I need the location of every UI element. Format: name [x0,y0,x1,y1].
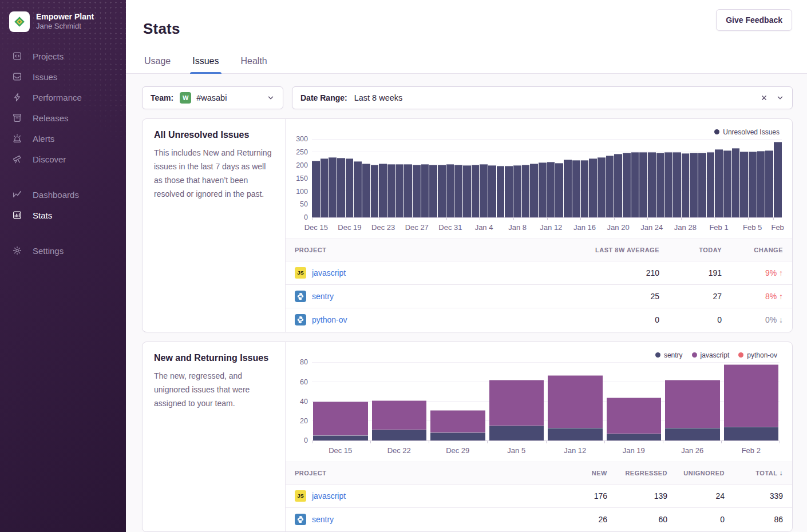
chevron-down-icon[interactable] [776,94,784,102]
team-filter[interactable]: Team: W #wasabi [142,86,283,109]
sidebar-item-alerts[interactable]: Alerts [0,128,126,149]
alerts-icon [11,133,23,144]
Unresolved Issues-legend-dot-icon [714,129,719,134]
unresolved-bar [690,153,698,217]
unresolved-bar [732,148,740,217]
sidebar-item-releases[interactable]: Releases [0,108,126,128]
unresolved-bar [438,165,446,217]
unresolved-bar [581,160,589,217]
project-link[interactable]: javascript [312,268,346,277]
unresolved-bar [757,151,765,217]
sidebar-item-discover[interactable]: Discover [0,149,126,169]
issues-icon [11,71,23,82]
python-project-icon [295,291,306,302]
column-label: PROJECT [295,470,326,477]
tab-health[interactable]: Health [240,56,268,73]
x-axis-tick-icon [748,218,749,220]
legend-label: javascript [701,351,730,359]
y-axis-label: 200 [296,162,308,169]
sidebar-item-label: Stats [33,211,52,220]
sidebar-item-stats[interactable]: Stats [0,205,126,225]
org-switcher[interactable]: Empower Plant Jane Schmidt [0,0,126,46]
legend-item[interactable]: javascript [692,351,730,359]
releases-icon [11,112,23,124]
unresolved-bar [505,166,513,217]
unresolved-bar [572,160,580,217]
value-cell: 176 [550,491,607,501]
unresolved-bar [698,153,706,217]
x-axis-label: Dec 15 [313,446,368,459]
value-cell: 191 [659,268,722,277]
unresolved-bar [606,156,614,217]
y-axis: 050100150200250300 [291,140,312,218]
sidebar-item-label: Issues [33,72,57,82]
date-range-filter[interactable]: Date Range: Last 8 weeks [292,86,793,109]
nav-section-divider [0,169,126,184]
sidebar-item-performance[interactable]: Performance [0,87,126,108]
unresolved-bar [497,166,505,217]
unresolved-issues-chart: Unresolved Issues 050100150200250300 Dec… [286,119,792,236]
legend-label: Unresolved Issues [723,128,780,136]
unresolved-bar [522,165,530,217]
x-axis-label: Dec 27 [405,223,429,232]
x-axis-tick-icon [773,218,774,220]
dashboards-icon [11,189,23,200]
sidebar-item-settings[interactable]: Settings [0,240,126,261]
chart-legend: sentryjavascriptpython-ov [291,348,780,363]
give-feedback-button[interactable]: Give Feedback [716,9,792,31]
chart-plot-area [312,140,782,218]
panel-description: This includes New and Returning issues i… [154,146,274,201]
value-cell: 86 [725,515,783,524]
project-link[interactable]: javascript [312,491,346,501]
table-row: JSjavascript2101919% ↑ [286,261,792,285]
project-link[interactable]: sentry [312,292,334,301]
x-axis-tick-icon [681,218,682,220]
column-label: NEW [592,470,607,477]
x-axis-tick-icon [721,441,722,443]
column-header: REGRESSED [607,470,667,477]
y-axis-label: 150 [296,175,308,182]
tab-usage[interactable]: Usage [143,56,172,73]
change-cell: 8% ↑ [722,292,783,301]
legend-item[interactable]: python-ov [738,351,777,359]
x-axis-tick-icon [480,218,480,220]
sidebar-item-issues[interactable]: Issues [0,66,126,87]
sidebar-item-dashboards[interactable]: Dashboards [0,184,126,205]
x-axis: Dec 15Dec 22Dec 29Jan 5Jan 12Jan 19Jan 2… [312,441,780,459]
team-filter-value: #wasabi [196,93,227,102]
x-axis-tick-icon [312,218,312,220]
user-name: Jane Schmidt [36,22,94,31]
legend-label: python-ov [747,351,777,359]
sidebar-item-projects[interactable]: Projects [0,46,126,66]
x-axis-label: Jan 20 [607,223,630,232]
tab-issues[interactable]: Issues [191,56,220,73]
unresolved-bar [648,152,656,217]
y-axis-label: 0 [304,215,308,222]
unresolved-bar [664,152,672,217]
x-axis-tick-icon [614,218,615,220]
javascript-project-icon: JS [295,490,306,502]
stats-content: Team: W #wasabi Date Range: Last 8 weeks… [126,74,807,532]
sidebar-item-label: Alerts [33,134,54,144]
x-axis-label: Jan 12 [548,446,603,459]
x-axis-tick-icon [346,218,346,220]
legend-item[interactable]: sentry [655,351,683,359]
column-header[interactable]: TOTAL↓ [725,469,783,477]
clear-date-range-icon[interactable] [760,94,768,102]
team-avatar: W [180,92,191,104]
unresolved-bar [472,165,480,217]
legend-item[interactable]: Unresolved Issues [714,128,780,136]
project-link[interactable]: sentry [312,515,334,524]
y-axis-label: 40 [300,398,308,406]
javascript-bar-segment [665,380,720,427]
unresolved-bar [774,142,782,217]
sort-desc-icon: ↓ [780,469,784,477]
unresolved-bar [312,161,320,217]
unresolved-bar [639,152,647,217]
javascript-bar-segment [372,400,427,430]
chevron-down-icon[interactable] [267,94,275,102]
project-link[interactable]: python-ov [312,315,347,324]
unresolved-bar [371,165,379,217]
x-axis-tick-icon [413,218,413,220]
page-title: Stats [143,19,180,38]
